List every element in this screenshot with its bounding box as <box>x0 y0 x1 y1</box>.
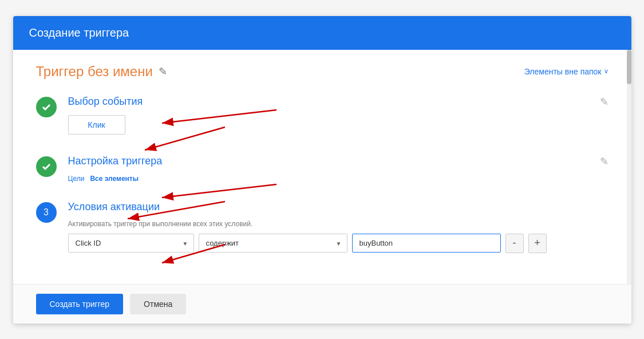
section-conditions: 3 Условия активации Активировать триггер… <box>36 201 609 253</box>
condition-add-button[interactable]: + <box>528 234 547 253</box>
section2-edit-icon[interactable]: ✎ <box>600 155 609 168</box>
scrollbar-track[interactable] <box>627 50 631 284</box>
condition-label: Активировать триггер при выполнении всех… <box>68 220 609 228</box>
condition-row: Click ID Click Classes Click Element Cli… <box>68 234 609 253</box>
modal-header: Создание триггера <box>13 16 631 50</box>
trigger-name-text: Триггер без имени <box>36 64 153 80</box>
section-event: Выбор события ✎ Клик <box>36 96 609 135</box>
checkmark-svg <box>41 101 52 113</box>
condition-dropdown2[interactable]: содержит равно начинается с заканчиваетс… <box>199 234 347 253</box>
spacer1 <box>36 146 609 155</box>
section1-title: Выбор события <box>68 96 143 108</box>
section-settings: Настройка триггера ✎ Цели Все элементы <box>36 155 609 185</box>
section1-content: Выбор события ✎ Клик <box>68 96 609 135</box>
condition-value-input[interactable] <box>352 234 501 253</box>
section1-header: Выбор события ✎ <box>68 96 609 108</box>
condition-remove-button[interactable]: - <box>505 234 524 253</box>
modal-body: Триггер без имени ✎ Элементы вне папок ∨ <box>13 50 631 284</box>
section3-header: Условия активации <box>68 201 609 213</box>
checkmark-svg2 <box>41 161 52 172</box>
modal: Создание триггера Триггер без имени ✎ Эл… <box>13 16 631 324</box>
target-row: Цели Все элементы <box>68 175 609 183</box>
condition-dropdown1[interactable]: Click ID Click Classes Click Element Cli… <box>68 234 194 253</box>
folder-link-text: Элементы вне папок <box>524 67 602 76</box>
condition-dropdown1-wrapper: Click ID Click Classes Click Element Cli… <box>68 234 194 253</box>
section3-number-icon: 3 <box>36 202 57 223</box>
section1-check-icon <box>36 97 57 117</box>
target-value: Все элементы <box>90 175 139 183</box>
section3-title: Условия активации <box>68 201 160 213</box>
section3-number: 3 <box>44 207 49 218</box>
section1-edit-icon[interactable]: ✎ <box>600 96 609 108</box>
top-row: Триггер без имени ✎ Элементы вне папок ∨ <box>36 64 609 80</box>
cancel-button[interactable]: Отмена <box>130 294 186 314</box>
modal-title: Создание триггера <box>29 26 129 39</box>
scrollbar-thumb[interactable] <box>627 50 631 84</box>
svg-line-3 <box>162 184 276 198</box>
folder-chevron-icon: ∨ <box>604 68 609 75</box>
section3-content: Условия активации Активировать триггер п… <box>68 201 609 253</box>
target-prefix: Цели <box>68 175 85 183</box>
spacer2 <box>36 196 609 201</box>
condition-dropdown2-wrapper: содержит равно начинается с заканчиваетс… <box>199 234 347 253</box>
section2-check-icon <box>36 156 57 177</box>
section2-header: Настройка триггера ✎ <box>68 155 609 168</box>
modal-footer: Создать триггер Отмена <box>13 284 631 324</box>
section2-title: Настройка триггера <box>68 155 163 167</box>
folder-link[interactable]: Элементы вне папок ∨ <box>524 67 609 76</box>
section2-content: Настройка триггера ✎ Цели Все элементы <box>68 155 609 185</box>
trigger-name-row: Триггер без имени ✎ <box>36 64 167 80</box>
create-trigger-button[interactable]: Создать триггер <box>36 294 124 314</box>
click-type-button[interactable]: Клик <box>68 115 125 135</box>
trigger-name-edit-icon[interactable]: ✎ <box>159 65 167 78</box>
